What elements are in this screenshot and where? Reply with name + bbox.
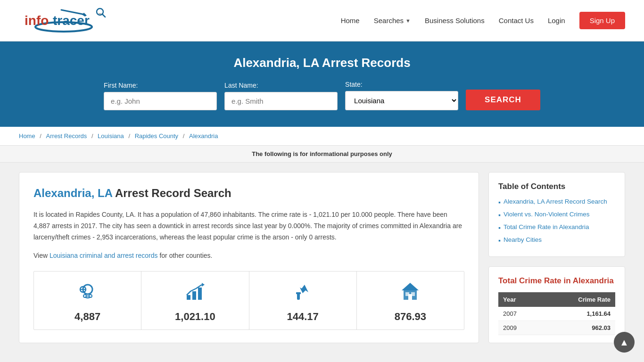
search-form: First Name: Last Name: State: Louisiana … xyxy=(86,81,558,110)
stat-crime-rate: 1,021.10 xyxy=(141,272,249,329)
svg-rect-24 xyxy=(405,292,409,296)
page-heading: Alexandria, LA Arrest Record Search xyxy=(33,187,464,200)
louisiana-records-link[interactable]: Louisiana criminal and arrest records xyxy=(50,252,158,259)
toc-link-4[interactable]: Nearby Cities xyxy=(504,236,542,243)
stat-property-value: 876.93 xyxy=(362,311,459,323)
hero-title: Alexandria, LA Arrest Records xyxy=(19,56,625,70)
stat-arrests-value: 4,887 xyxy=(39,311,136,323)
svg-rect-20 xyxy=(296,292,301,294)
crime-rate-icon xyxy=(146,280,244,307)
property-icon xyxy=(362,280,459,307)
breadcrumb-sep-3: / xyxy=(128,132,132,140)
rate-2007: 1,161.64 xyxy=(540,307,615,321)
breadcrumb-home[interactable]: Home xyxy=(19,132,35,140)
svg-rect-16 xyxy=(192,291,196,300)
state-select[interactable]: Louisiana Alabama Alaska Arizona Arkansa… xyxy=(345,91,458,110)
col-year: Year xyxy=(498,292,540,307)
logo-area: info tracer ™ xyxy=(19,6,108,35)
svg-rect-19 xyxy=(297,293,300,300)
violent-icon xyxy=(254,280,352,307)
toc-item-4: Nearby Cities xyxy=(498,236,615,244)
table-row: 2009 962.03 xyxy=(498,321,615,335)
main-content: Alexandria, LA Arrest Record Search It i… xyxy=(0,163,644,353)
header: info tracer ™ Home Searches ▼ Business S… xyxy=(0,0,644,41)
toc-link-2[interactable]: Violent vs. Non-Violent Crimes xyxy=(504,211,590,218)
nav-login[interactable]: Login xyxy=(548,16,565,25)
svg-point-13 xyxy=(89,295,92,297)
page-description-link-row: View Louisiana criminal and arrest recor… xyxy=(33,250,464,262)
crime-rate-box: Total Crime Rate in Alexandria Year Crim… xyxy=(488,266,625,343)
arrests-icon xyxy=(39,280,136,307)
scroll-to-top-button[interactable]: ▲ xyxy=(614,332,635,353)
stat-property: 876.93 xyxy=(357,272,464,329)
breadcrumb-sep-2: / xyxy=(91,132,95,140)
first-name-input[interactable] xyxy=(104,92,217,110)
svg-rect-17 xyxy=(198,288,202,300)
crime-rate-title: Total Crime Rate in Alexandria xyxy=(498,276,615,286)
svg-marker-18 xyxy=(202,283,205,287)
heading-blue: Alexandria, LA xyxy=(33,187,112,199)
nav-contact-us[interactable]: Contact Us xyxy=(499,16,534,25)
breadcrumb-sep-4: / xyxy=(183,132,186,140)
nav-home[interactable]: Home xyxy=(341,16,360,25)
last-name-input[interactable] xyxy=(224,92,338,110)
last-name-group: Last Name: xyxy=(224,82,338,110)
content-right: Table of Contents Alexandria, LA Arrest … xyxy=(488,172,625,343)
toc-item-3: Total Crime Rate in Alexandria xyxy=(498,223,615,231)
state-label: State: xyxy=(345,81,363,88)
stat-violent-value: 144.17 xyxy=(254,311,352,323)
table-header-row: Year Crime Rate xyxy=(498,292,615,307)
toc-link-1[interactable]: Alexandria, LA Arrest Record Search xyxy=(504,198,607,205)
svg-point-12 xyxy=(83,295,86,297)
toc-box: Table of Contents Alexandria, LA Arrest … xyxy=(488,172,625,257)
stat-crime-rate-value: 1,021.10 xyxy=(146,311,244,323)
breadcrumb: Home / Arrest Records / Louisiana / Rapi… xyxy=(0,127,644,146)
chevron-down-icon: ▼ xyxy=(405,18,411,24)
search-button[interactable]: SEARCH xyxy=(466,90,540,110)
toc-item-1: Alexandria, LA Arrest Record Search xyxy=(498,198,615,206)
state-group: State: Louisiana Alabama Alaska Arizona … xyxy=(345,81,458,110)
heading-rest: Arrest Record Search xyxy=(112,187,231,199)
logo-link[interactable]: info tracer ™ xyxy=(19,6,108,35)
breadcrumb-rapides[interactable]: Rapides County xyxy=(135,132,179,140)
col-crime-rate: Crime Rate xyxy=(540,292,615,307)
main-nav: Home Searches ▼ Business Solutions Conta… xyxy=(341,12,625,29)
page-description: It is located in Rapides County, LA. It … xyxy=(33,209,464,243)
breadcrumb-arrest-records[interactable]: Arrest Records xyxy=(46,132,87,140)
svg-rect-25 xyxy=(411,292,415,296)
stats-row: 4,887 1,021.10 xyxy=(33,271,464,330)
rate-2009: 962.03 xyxy=(540,321,615,335)
toc-list: Alexandria, LA Arrest Record Search Viol… xyxy=(498,198,615,244)
stat-arrests: 4,887 xyxy=(34,272,141,329)
nav-signup[interactable]: Sign Up xyxy=(579,12,625,29)
toc-item-2: Violent vs. Non-Violent Crimes xyxy=(498,211,615,219)
crime-rate-table: Year Crime Rate 2007 1,161.64 2009 962.0… xyxy=(498,292,615,335)
info-note: The following is for informational purpo… xyxy=(0,146,644,163)
breadcrumb-alexandria[interactable]: Alexandria xyxy=(189,132,218,140)
hero-section: Alexandria, LA Arrest Records First Name… xyxy=(0,41,644,127)
nav-business-solutions[interactable]: Business Solutions xyxy=(425,16,485,25)
breadcrumb-louisiana[interactable]: Louisiana xyxy=(98,132,124,140)
breadcrumb-sep-1: / xyxy=(40,132,43,140)
nav-searches[interactable]: Searches ▼ xyxy=(374,16,411,25)
table-row: 2007 1,161.64 xyxy=(498,307,615,321)
svg-text:info: info xyxy=(25,13,49,28)
year-2009: 2009 xyxy=(498,321,540,335)
stat-violent: 144.17 xyxy=(249,272,357,329)
year-2007: 2007 xyxy=(498,307,540,321)
svg-rect-15 xyxy=(187,295,190,300)
logo-svg: info tracer ™ xyxy=(19,6,108,33)
svg-marker-21 xyxy=(402,283,419,290)
toc-link-3[interactable]: Total Crime Rate in Alexandria xyxy=(504,223,589,230)
toc-title: Table of Contents xyxy=(498,182,615,191)
first-name-group: First Name: xyxy=(104,82,217,110)
last-name-label: Last Name: xyxy=(224,82,258,89)
first-name-label: First Name: xyxy=(104,82,138,89)
content-left: Alexandria, LA Arrest Record Search It i… xyxy=(19,172,479,343)
